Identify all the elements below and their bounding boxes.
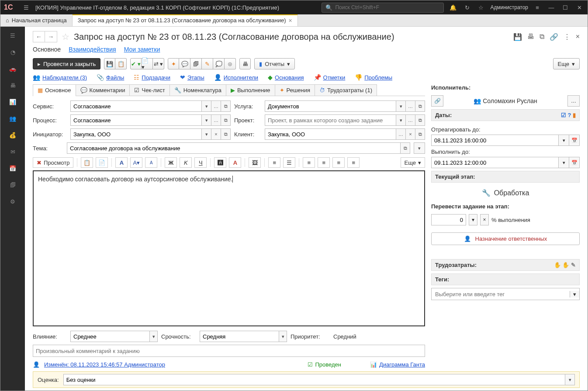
link-marks[interactable]: 📌Отметки	[314, 74, 346, 81]
hand2-icon[interactable]: ✋	[562, 262, 569, 268]
create-based-on-button[interactable]: 📄 ▾	[142, 58, 153, 69]
star-icon[interactable]: ☆	[476, 3, 486, 12]
calendar-icon[interactable]: 📅	[569, 157, 580, 168]
dropdown-icon[interactable]: ▾	[201, 129, 211, 139]
sidebar-print[interactable]: 🖶	[7, 80, 18, 90]
sidebar-mail[interactable]: ✉	[7, 146, 18, 157]
align-right-button[interactable]: ≡	[332, 157, 345, 168]
usluga-input[interactable]	[265, 101, 396, 111]
client-input[interactable]	[265, 129, 396, 139]
impact-input[interactable]	[71, 331, 149, 342]
open-icon[interactable]: ⧉	[415, 129, 425, 139]
open-icon[interactable]: ⧉	[400, 143, 410, 153]
reports-button[interactable]: ▮ Отчеты ▾	[254, 58, 295, 69]
usluga-field[interactable]: ▾ … ⧉	[265, 100, 425, 112]
post-button[interactable]: 📋	[115, 58, 127, 69]
process-input[interactable]	[71, 115, 201, 125]
subject-input[interactable]	[67, 143, 400, 153]
align-center-button[interactable]: ≡	[318, 157, 330, 168]
font-small-button[interactable]: A	[145, 157, 157, 168]
edit-button[interactable]: ✎	[202, 58, 213, 69]
mode-tab-interactions[interactable]: Взаимодействия	[69, 46, 116, 53]
sidebar-car[interactable]: 🚗	[7, 63, 18, 74]
urgency-input[interactable]	[200, 331, 279, 342]
sidebar-users[interactable]: 👥	[7, 113, 18, 124]
open-icon[interactable]: ⧉	[221, 115, 230, 125]
tab-current[interactable]: Запрос на доступ № 23 от 08.11.23 (Согла…	[73, 14, 298, 26]
urgency-field[interactable]: ▾	[200, 331, 287, 342]
rt-more-button[interactable]: Еще ▾	[401, 157, 425, 168]
calendar-icon[interactable]: 📅	[569, 135, 580, 146]
mode-tab-main[interactable]: Основное	[33, 46, 61, 53]
sidebar-calendar[interactable]: 📅	[7, 163, 18, 173]
save-icon[interactable]: 💾	[513, 33, 522, 41]
dropdown-icon[interactable]: ▾	[570, 291, 579, 298]
tab-close-icon[interactable]: ×	[288, 17, 292, 24]
open-window-icon[interactable]: ⧉	[540, 33, 544, 41]
inner-tab-comments[interactable]: 💬Комментарии	[76, 84, 130, 96]
subject-field[interactable]: ⧉	[67, 142, 410, 154]
print-icon[interactable]: 🖶	[527, 33, 534, 41]
percent-input[interactable]	[431, 214, 466, 225]
settings-icon[interactable]: ≡	[533, 3, 542, 12]
inner-tab-labor[interactable]: ⏱Трудозатраты (1)	[315, 84, 377, 96]
comment-field[interactable]	[33, 345, 425, 357]
pct-clear[interactable]: ×	[480, 214, 489, 225]
font-size-button[interactable]: A▾	[130, 157, 142, 168]
dropdown-icon[interactable]: ▾	[565, 374, 574, 385]
changed-link[interactable]: Изменён: 08.11.2023 15:46:57 Администрат…	[44, 361, 165, 368]
dropdown-icon[interactable]: ▾	[396, 115, 405, 125]
rating-input[interactable]	[64, 374, 565, 385]
add-comment-button[interactable]: 💬	[179, 58, 190, 69]
print-button[interactable]: 🖶	[239, 58, 251, 69]
rating-field[interactable]: ▾	[63, 374, 575, 385]
dropdown-icon[interactable]: ▾	[396, 101, 405, 111]
save-button[interactable]: 💾	[104, 58, 115, 69]
clear-icon[interactable]: ×	[405, 129, 415, 139]
ellipsis-icon[interactable]: …	[405, 115, 415, 125]
sidebar-menu[interactable]: ☰	[7, 30, 18, 41]
align-left-button[interactable]: ≡	[303, 157, 315, 168]
open-icon[interactable]: ⧉	[221, 129, 230, 139]
ellipsis-icon[interactable]: …	[211, 101, 221, 111]
underline-button[interactable]: Ч	[194, 157, 207, 168]
initiator-input[interactable]	[71, 129, 201, 139]
chat-button[interactable]: 💭	[213, 58, 225, 69]
inner-tab-decisions[interactable]: ✦Решения	[275, 84, 315, 96]
sidebar-docs[interactable]: 🗐	[7, 180, 18, 190]
nav-forward-button[interactable]: →	[45, 31, 57, 42]
structure-button[interactable]: ⇄ ▾	[153, 58, 164, 69]
ellipsis-icon[interactable]: …	[211, 115, 221, 125]
sidebar-chart[interactable]: 📊	[7, 97, 18, 107]
list-bullet-button[interactable]: ≡	[268, 157, 280, 168]
executor-more-button[interactable]: …	[567, 95, 580, 107]
process-field[interactable]: ▾ … ⧉	[70, 114, 231, 126]
post-and-close-button[interactable]: ▸ Провести и закрыть	[33, 58, 100, 69]
align-justify-button[interactable]: ≡	[347, 157, 360, 168]
more-vert-icon[interactable]: ⋮	[564, 33, 571, 41]
dropdown-icon[interactable]: ▾	[201, 115, 211, 125]
dropdown-icon[interactable]: ▾	[201, 101, 211, 111]
inner-tab-main[interactable]: ▦Основное	[33, 84, 76, 96]
font-color-button[interactable]: A	[229, 157, 241, 168]
dropdown-icon[interactable]: ▾	[559, 157, 569, 168]
inner-tab-execute[interactable]: ▶Выполнение	[226, 84, 275, 96]
close-form-icon[interactable]: ×	[576, 33, 580, 41]
link-executors[interactable]: 👤Исполнители	[214, 74, 258, 81]
bell-icon[interactable]: 🔔	[448, 3, 458, 12]
open-icon[interactable]: ⧉	[415, 101, 425, 111]
sidebar-settings[interactable]: ⚙	[7, 196, 18, 207]
gantt-link[interactable]: Диаграмма Ганта	[379, 361, 425, 368]
description-editor[interactable]: Необходимо согласовать договор на аутсор…	[33, 170, 425, 326]
hand-icon[interactable]: ✋	[554, 262, 561, 268]
note-icon[interactable]: ▮	[573, 112, 576, 118]
link-bases[interactable]: ◆Основания	[268, 74, 304, 81]
global-search[interactable]: 🔍	[322, 3, 444, 13]
tab-home[interactable]: ⌂ Начальная страница	[0, 14, 73, 26]
italic-button[interactable]: K	[180, 157, 192, 168]
font-button[interactable]: A	[115, 157, 128, 168]
pct-dropdown[interactable]: ▾	[469, 214, 477, 225]
add-star-button[interactable]: ✦	[168, 58, 179, 69]
sidebar-money[interactable]: 💰	[7, 130, 18, 140]
ai-button[interactable]: ⊛	[225, 58, 236, 69]
